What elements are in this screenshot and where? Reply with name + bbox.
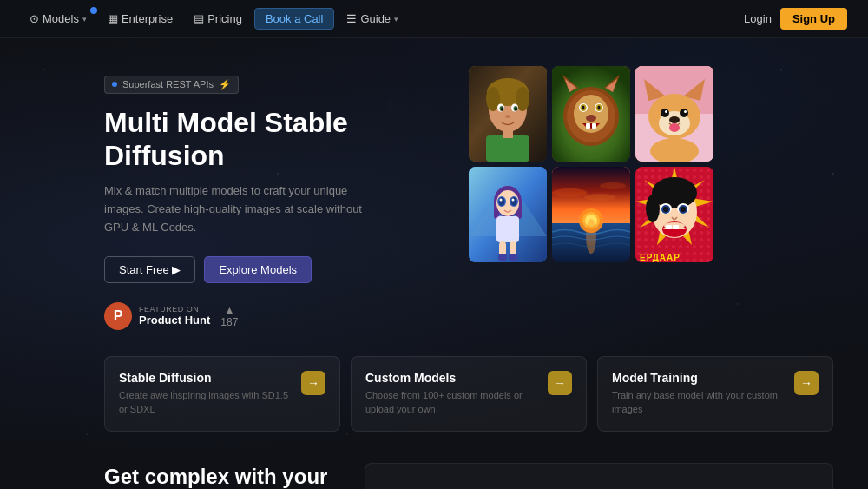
nav-left: ⊙ Models ▾ ▦ Enterprise ▤ Pricing Book a… <box>21 8 744 30</box>
svg-point-77 <box>646 195 660 222</box>
feature-stable-diffusion-title: Stable Diffusion <box>119 371 293 385</box>
svg-point-11 <box>505 115 510 118</box>
svg-point-70 <box>584 194 615 201</box>
feature-model-training-arrow[interactable]: → <box>794 371 819 395</box>
svg-rect-25 <box>586 123 590 129</box>
guide-icon: ☰ <box>346 12 357 25</box>
ph-arrow-icon: ▲ <box>224 304 234 316</box>
bottom-section: Get complex with your model pipelines 🐙 … <box>0 439 868 489</box>
svg-point-56 <box>512 199 515 202</box>
product-hunt-badge[interactable]: P FEATURED ON Product Hunt ▲ 187 <box>104 302 434 330</box>
feature-model-training-content: Model Training Train any base model with… <box>612 371 786 417</box>
pricing-icon: ▤ <box>194 12 204 25</box>
hero-image-boy <box>469 66 547 162</box>
login-button[interactable]: Login <box>744 12 772 25</box>
svg-point-55 <box>500 199 503 202</box>
feature-custom-models-arrow[interactable]: → <box>548 371 572 395</box>
product-hunt-info: FEATURED ON Product Hunt <box>139 305 210 327</box>
badge-icon: ⚡ <box>219 79 231 90</box>
feature-custom-models-title: Custom Models <box>365 371 539 385</box>
features-section: Stable Diffusion Create awe inspiring im… <box>0 356 868 432</box>
enterprise-icon: ▦ <box>108 12 118 25</box>
svg-text:ЕРДААР: ЕРДААР <box>640 253 681 262</box>
ph-featured-label: FEATURED ON <box>139 305 210 314</box>
signup-button[interactable]: Sign Up <box>780 8 847 30</box>
hero-image-lion <box>552 66 630 162</box>
hero-buttons: Start Free ▶ Explore Models <box>104 256 434 283</box>
feature-card-custom-models: Custom Models Choose from 100+ custom mo… <box>351 356 587 432</box>
svg-point-22 <box>582 106 585 110</box>
hero-image-grid: ЕРДААР <box>469 66 713 262</box>
start-free-button[interactable]: Start Free ▶ <box>104 256 195 283</box>
feature-card-stable-diffusion: Stable Diffusion Create awe inspiring im… <box>104 356 340 432</box>
svg-rect-87 <box>673 225 679 229</box>
ph-votes: ▲ 187 <box>220 304 238 328</box>
hero-section: Superfast REST APIs ⚡ Multi Model Stable… <box>0 38 868 347</box>
bottom-title: Get complex with your model pipelines 🐙 <box>104 463 330 489</box>
svg-rect-57 <box>496 216 519 242</box>
hero-image-corgi <box>635 66 713 162</box>
svg-point-39 <box>665 110 667 113</box>
feature-custom-models-desc: Choose from 100+ custom models or upload… <box>365 388 539 417</box>
nav-pricing-label: Pricing <box>207 12 242 25</box>
nav-item-guide[interactable]: ☰ Guide ▾ <box>338 9 407 29</box>
feature-model-training-title: Model Training <box>612 371 786 385</box>
nav-item-book-call[interactable]: Book a Call <box>254 8 334 30</box>
hero-title: Multi Model Stable Diffusion <box>104 106 434 173</box>
svg-rect-61 <box>509 254 517 261</box>
hero-subtitle: Mix & match multiple models to craft you… <box>104 182 382 236</box>
feature-custom-models-content: Custom Models Choose from 100+ custom mo… <box>365 371 539 417</box>
feature-model-training-desc: Train any base model with your custom im… <box>612 388 786 417</box>
hero-badge: Superfast REST APIs ⚡ <box>104 76 239 94</box>
bottom-preview-panel <box>365 463 833 489</box>
nav-item-pricing[interactable]: ▤ Pricing <box>185 9 251 29</box>
feature-stable-diffusion-desc: Create awe inspiring images with SD1.5 o… <box>119 388 293 417</box>
svg-point-69 <box>600 182 626 189</box>
svg-point-42 <box>669 123 680 132</box>
svg-rect-13 <box>503 129 513 138</box>
feature-stable-diffusion-content: Stable Diffusion Create awe inspiring im… <box>119 371 293 417</box>
nav-right: Login Sign Up <box>744 8 847 30</box>
svg-point-54 <box>511 197 517 206</box>
nav-guide-label: Guide <box>360 12 391 25</box>
navbar: ⊙ Models ▾ ▦ Enterprise ▤ Pricing Book a… <box>0 0 868 38</box>
badge-dot <box>112 82 117 87</box>
svg-point-9 <box>501 108 503 111</box>
svg-point-40 <box>684 110 687 113</box>
svg-point-10 <box>515 108 517 111</box>
svg-point-41 <box>669 116 680 123</box>
feature-card-model-training: Model Training Train any base model with… <box>597 356 833 432</box>
svg-rect-60 <box>498 254 507 261</box>
nav-book-call-label: Book a Call <box>266 12 323 25</box>
svg-point-83 <box>681 207 686 212</box>
ph-count: 187 <box>220 316 238 328</box>
svg-point-53 <box>499 197 505 206</box>
nav-item-models[interactable]: ⊙ Models ▾ <box>21 9 95 29</box>
models-icon: ⊙ <box>30 12 39 25</box>
svg-point-37 <box>661 109 669 117</box>
badge-text: Superfast REST APIs <box>122 79 214 89</box>
svg-point-82 <box>663 207 668 212</box>
svg-rect-12 <box>486 135 529 162</box>
svg-point-24 <box>586 115 596 122</box>
product-hunt-logo: P <box>104 302 132 330</box>
svg-point-68 <box>552 188 587 197</box>
nav-item-enterprise[interactable]: ▦ Enterprise <box>99 9 181 29</box>
hero-left: Superfast REST APIs ⚡ Multi Model Stable… <box>104 66 434 330</box>
svg-rect-86 <box>666 225 672 229</box>
svg-point-23 <box>598 106 601 110</box>
chevron-down-guide-icon: ▾ <box>394 15 398 23</box>
bottom-left: Get complex with your model pipelines 🐙 … <box>104 463 330 489</box>
svg-rect-26 <box>592 123 596 129</box>
explore-models-button[interactable]: Explore Models <box>204 256 312 283</box>
hero-image-anime-girl <box>469 167 547 262</box>
feature-stable-diffusion-arrow[interactable]: → <box>301 371 326 395</box>
hero-image-sunset <box>552 167 630 262</box>
notification-badge <box>90 7 97 14</box>
svg-point-38 <box>680 109 688 117</box>
hero-image-pop-art: ЕРДААР <box>635 167 713 262</box>
svg-point-67 <box>586 219 596 254</box>
ph-name: Product Hunt <box>139 314 210 327</box>
chevron-down-icon: ▾ <box>82 15 87 23</box>
nav-models-label: Models <box>43 12 79 25</box>
